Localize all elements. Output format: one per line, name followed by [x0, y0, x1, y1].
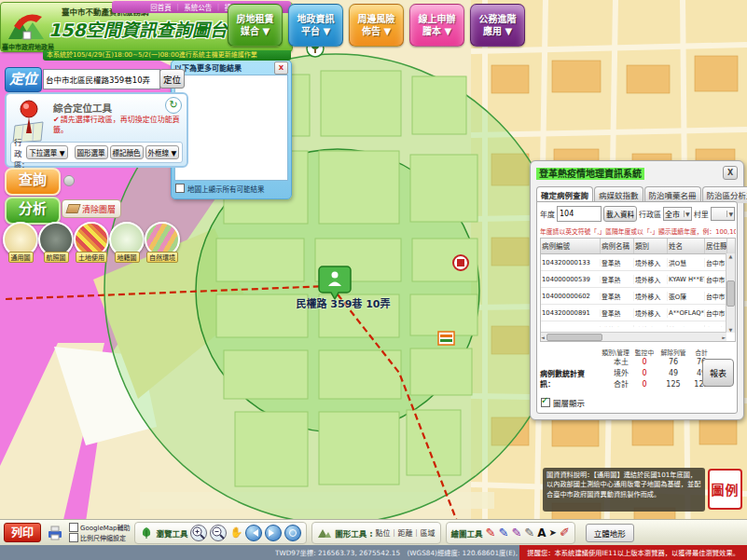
query-section-button[interactable]: 查詢	[5, 168, 61, 196]
district-option-button[interactable]: 外框線 ▼	[145, 145, 180, 159]
statistics-row: 本土 0 76 76	[600, 357, 713, 368]
marker-pen-icon[interactable]: ✐	[560, 526, 570, 539]
main-menu: 房地租賃 媒合 ▼ 地政資訊 平台 ▼ 周邊風險 佈告 ▼ 線上申辦 謄本 ▼ …	[228, 4, 525, 47]
page-title: 158空間資訊查詢圖台	[48, 16, 228, 41]
table-row[interactable]: 104320000133 登革熱 境外移入 洪O慧 台中市	[541, 254, 735, 271]
draw-tools-group: 繪圖工具 ✎ ✎ ✎ ✎ A ➤ ✐	[446, 522, 575, 544]
collapse-icon[interactable]	[63, 175, 75, 186]
year-label: 年度	[540, 209, 555, 219]
analysis-section-button[interactable]: 分析	[5, 197, 61, 225]
menu-button[interactable]: 公務進階 應用 ▼	[470, 4, 525, 47]
scroll-left-icon[interactable]: ◄	[541, 335, 545, 340]
layer-visibility-control: 圖層顯示	[541, 397, 585, 408]
results-list[interactable]	[174, 75, 288, 181]
toolbox-title: 綜合定位工具	[53, 101, 112, 115]
scroll-down-icon[interactable]: ▼	[729, 327, 733, 333]
text-tool-icon[interactable]: A	[537, 526, 546, 540]
purple-pen-icon[interactable]: ✎	[511, 526, 521, 539]
basemap-option[interactable]: 土地使用	[74, 222, 109, 263]
statistics-row: 境外 0 49 49	[600, 368, 713, 379]
address-input[interactable]	[43, 69, 160, 89]
shape-tools-group: 圖形工具 : 點位｜距離｜區域	[311, 522, 440, 544]
top-nav-link[interactable]: 系統公告	[172, 2, 213, 12]
refresh-icon[interactable]: ↻	[165, 97, 182, 114]
store-icon	[438, 332, 454, 345]
red-pen-icon[interactable]: ✎	[486, 526, 496, 539]
village-label: 村里	[694, 209, 709, 219]
status-bar: TWD97坐標: 216563.73, 2675542.15 (WGS84)經緯…	[0, 545, 747, 560]
print-button[interactable]: 列印	[4, 523, 41, 542]
toolbar-checkbox[interactable]: 比例尺伸縮設定	[69, 533, 130, 542]
scroll-up-icon[interactable]: ▲	[729, 253, 733, 259]
zoom-in-icon[interactable]	[190, 525, 207, 541]
district-label: 行政區:	[14, 136, 24, 170]
year-input[interactable]	[557, 206, 602, 222]
toolbox-hint: ✔請先選擇行政區，再切換定位功能頁籤。	[53, 116, 184, 136]
map-source-note: 圖資資料說明：【通用圖】連結於民國101年底圖，以內政部國土測繪中心通用版電子地…	[543, 468, 705, 512]
menu-button[interactable]: 地政資訊 平台 ▼	[288, 4, 343, 47]
clear-layers-button[interactable]: 清除圖層	[62, 199, 121, 218]
checkbox-layer-visible[interactable]	[541, 398, 550, 407]
eraser-icon	[65, 204, 80, 213]
locate-button[interactable]: 定位	[159, 69, 185, 89]
district-row: 行政區: 下拉選單 ▼圖形選單標記顏色外框線 ▼	[10, 142, 183, 163]
toolbar-checkbox[interactable]: GoogleMap輔助	[69, 523, 130, 532]
previous-extent-icon[interactable]	[245, 525, 262, 541]
district-option-button[interactable]: 下拉選單 ▼	[26, 145, 67, 159]
marker-address-label: 民權路 359巷 10弄	[285, 295, 401, 310]
top-nav-link[interactable]: 回首頁	[150, 2, 172, 12]
horizontal-scrollbar[interactable]: ◄ ►	[541, 332, 726, 341]
gray-pen-icon[interactable]: ✎	[524, 526, 534, 539]
load-data-button[interactable]: 載入資料	[603, 206, 637, 222]
menu-button[interactable]: 房地租賃 媒合 ▼	[228, 4, 283, 47]
report-button[interactable]: 報表	[702, 359, 734, 387]
district-select[interactable]: 全市▼	[663, 207, 692, 221]
mountain-icon	[317, 527, 332, 539]
vertical-scrollbar[interactable]: ▲ ▼	[726, 253, 735, 333]
basemap-option[interactable]: 地籍圖	[109, 222, 145, 263]
shape-tools-items[interactable]: 點位｜距離｜區域	[376, 527, 436, 538]
blue-pen-icon[interactable]: ✎	[499, 526, 509, 539]
basemap-option[interactable]: 航照圖	[38, 222, 74, 263]
locate-section-label: 定位	[5, 67, 42, 92]
table-row[interactable]: 104000000602 登革熱 境外移入 張O陳 台中市	[541, 288, 735, 305]
district-option-button[interactable]: 圖形選單	[75, 145, 108, 159]
next-extent-icon[interactable]	[265, 525, 282, 541]
column-header: 病例編號	[541, 239, 601, 253]
close-icon[interactable]: X	[723, 166, 738, 180]
chevron-down-icon: ▼	[684, 211, 690, 217]
district-option-button[interactable]: 標記顏色	[110, 145, 144, 159]
pan-hand-icon[interactable]: ✋	[229, 526, 242, 540]
statistics-header: 類別\管理監控中解除列管合計	[600, 348, 713, 357]
scrollbar-thumb[interactable]	[726, 280, 735, 307]
zoom-out-icon[interactable]	[210, 525, 227, 541]
cursor-tool-icon[interactable]: ➤	[549, 527, 557, 538]
case-table-header: 病例編號病例名稱類別姓名居住縣市	[541, 239, 735, 254]
legend-button[interactable]: 圖例	[708, 469, 742, 510]
menu-button[interactable]: 線上申辦 謄本 ▼	[409, 4, 464, 47]
scroll-right-icon[interactable]: ►	[722, 335, 726, 340]
basemap-option[interactable]: 自然環境	[145, 222, 180, 263]
browse-tools-group: 瀏覽工具 ✋	[134, 522, 307, 544]
table-row[interactable]: 104000000912 登革熱 境外移入 林O汝 台中市	[541, 321, 735, 327]
terrain-3d-button[interactable]: 立體地形	[586, 524, 634, 542]
dengue-panel: 登革熱疫情地理資訊系統 X 確定病例查詢病媒蚊指數防治噴藥名冊防治區分析工具 年…	[530, 160, 744, 420]
village-select[interactable]: ▼	[711, 207, 735, 221]
scrollbar-thumb[interactable]	[546, 334, 602, 341]
case-table: 病例編號病例名稱類別姓名居住縣市 104320000133 登革熱 境外移入 洪…	[540, 238, 736, 342]
menu-button[interactable]: 周邊風險 佈告 ▼	[349, 4, 404, 47]
results-popup: 以下為更多可能結果 X 地圖上顯示所有可能結果	[171, 60, 292, 199]
district-label: 行政區	[639, 209, 661, 219]
table-row[interactable]: 104320000891 登革熱 境外移入 A**OFLAQ*S 台中市	[541, 305, 735, 321]
dengue-tab-content: 年度 載入資料 行政區 全市▼ 村里 ▼ 年度請以英文符號「,」區隔年度或以「-…	[536, 201, 738, 414]
checkbox-show-all-results[interactable]	[175, 184, 185, 193]
close-icon[interactable]: X	[274, 61, 288, 75]
popup-titlebar: 以下為更多可能結果 X	[172, 61, 291, 75]
check-icon: ✔	[53, 116, 60, 124]
case-table-body: 104320000133 登革熱 境外移入 洪O慧 台中市 1040000005…	[541, 254, 735, 327]
table-row[interactable]: 104000000539 登革熱 境外移入 KYAW H**EY 台中市	[541, 271, 735, 288]
org-label: 臺中市政府地政局	[2, 42, 54, 51]
basemap-option[interactable]: 通用圖	[3, 222, 38, 263]
chevron-down-icon: ▼	[726, 211, 733, 217]
full-extent-icon[interactable]	[284, 525, 301, 541]
